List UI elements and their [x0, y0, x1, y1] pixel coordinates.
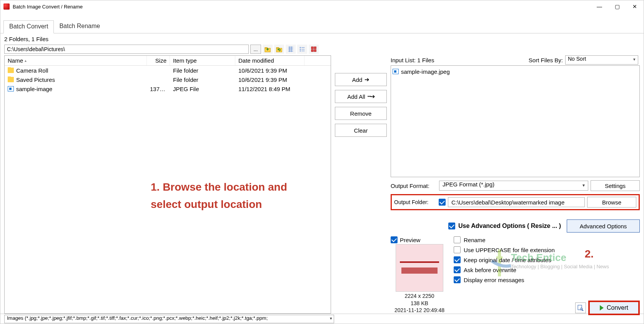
output-folder-checkbox[interactable] [439, 199, 446, 206]
app-window: Batch Image Convert / Rename — ▢ ✕ Batch… [0, 0, 644, 324]
display-errors-checkbox[interactable] [454, 276, 461, 283]
view-list-icon[interactable] [297, 45, 307, 54]
right-pane: Input List: 1 Files Sort Files By: No So… [391, 55, 644, 314]
add-all-button[interactable]: Add All┅➔ [335, 90, 387, 103]
list-item[interactable]: sample-image.jpeg [393, 67, 638, 76]
svg-rect-20 [578, 305, 582, 310]
path-row: ... [0, 45, 644, 55]
tab-batch-convert[interactable]: Batch Convert [3, 20, 54, 33]
window-controls: — ▢ ✕ [591, 0, 644, 13]
use-advanced-options-checkbox[interactable] [448, 223, 455, 229]
preview-meta: 2224 x 2250 138 KB 2021-11-12 20:49:48 [391, 292, 448, 314]
output-folder-row: Output Folder: C:\Users\debal\Desktop\wa… [391, 194, 640, 210]
table-row[interactable]: sample-image137 KBJPEG File11/12/2021 8:… [5, 84, 331, 93]
output-format-select[interactable]: JPEG Format (*.jpg) [439, 181, 588, 191]
ask-overwrite-checkbox[interactable] [454, 266, 461, 273]
svg-rect-15 [314, 47, 316, 49]
rename-checkbox[interactable] [454, 236, 461, 243]
close-button[interactable]: ✕ [626, 0, 644, 13]
image-file-icon [8, 86, 14, 91]
options-checkboxes: Rename Use UPPERCASE for file extension … [454, 236, 555, 283]
folder-summary: 2 Folders, 1 Files [0, 33, 644, 45]
titlebar: Batch Image Convert / Rename — ▢ ✕ [0, 0, 644, 13]
output-folder-label: Output Folder: [394, 199, 436, 205]
annotation-step-2: 2. [585, 248, 594, 260]
play-icon [600, 305, 604, 311]
view-thumbnails-icon[interactable] [309, 45, 319, 54]
output-format-label: Output Format: [391, 183, 437, 189]
svg-rect-16 [311, 50, 313, 52]
path-input[interactable] [4, 45, 249, 54]
explorer-pane: Name ▴ Size Item type Date modified Came… [0, 55, 331, 314]
window-title: Batch Image Convert / Rename [13, 4, 83, 10]
col-date-modified[interactable]: Date modified [235, 56, 305, 65]
col-size[interactable]: Size [147, 56, 170, 65]
col-name[interactable]: Name ▴ [5, 56, 147, 65]
input-list[interactable]: sample-image.jpeg [391, 65, 640, 177]
use-advanced-options-label: Use Advanced Options ( Resize ... ) [458, 223, 561, 229]
browse-button[interactable]: Browse [587, 197, 636, 208]
table-row[interactable]: Saved PicturesFile folder10/6/2021 9:39 … [5, 75, 331, 84]
clear-button[interactable]: Clear [335, 124, 387, 137]
convert-button[interactable]: Convert [588, 301, 640, 315]
tab-batch-rename[interactable]: Batch Rename [54, 20, 105, 33]
file-table[interactable]: Name ▴ Size Item type Date modified Came… [4, 55, 331, 314]
refresh-icon[interactable] [274, 45, 284, 54]
settings-button[interactable]: Settings [591, 180, 640, 191]
col-item-type[interactable]: Item type [170, 56, 235, 65]
svg-rect-9 [300, 49, 301, 50]
sort-files-by-label: Sort Files By: [529, 57, 563, 63]
maximize-button[interactable]: ▢ [608, 0, 626, 13]
folder-icon [8, 68, 14, 73]
path-browse-button[interactable]: ... [250, 45, 261, 54]
add-button[interactable]: Add➔ [335, 73, 387, 86]
svg-rect-17 [314, 50, 316, 52]
preview-checkbox[interactable] [391, 236, 398, 243]
sort-files-by-select[interactable]: No Sort [565, 55, 638, 65]
image-file-icon [393, 69, 399, 74]
up-folder-icon[interactable] [263, 45, 273, 54]
remove-button[interactable]: Remove [335, 107, 387, 120]
keep-date-checkbox[interactable] [454, 256, 461, 263]
uppercase-checkbox[interactable] [454, 246, 461, 253]
minimize-button[interactable]: — [591, 0, 608, 13]
file-table-header: Name ▴ Size Item type Date modified [5, 56, 331, 66]
output-folder-input[interactable]: C:\Users\debal\Desktop\watermarked image [448, 197, 585, 207]
preview-thumbnail[interactable] [396, 244, 443, 292]
advanced-options-button[interactable]: Advanced Options [567, 219, 640, 233]
svg-rect-10 [300, 51, 301, 52]
svg-rect-8 [300, 47, 301, 48]
svg-line-22 [582, 310, 583, 311]
folder-icon [8, 77, 14, 82]
tab-bar: Batch Convert Batch Rename [0, 20, 644, 33]
status-bar: Images (*.jpg;*.jpe;*.jpeg;*.jfif;*.bmp;… [0, 314, 644, 324]
svg-rect-14 [311, 47, 313, 49]
input-list-label: Input List: 1 Files [391, 57, 434, 63]
annotation-step-1: 1. Browse the location andselect output … [151, 179, 287, 213]
zoom-to-fit-button[interactable] [575, 302, 586, 313]
preview-label: Preview [400, 237, 420, 243]
table-row[interactable]: Camera RollFile folder10/6/2021 9:39 PM [5, 66, 331, 75]
view-details-icon[interactable] [286, 45, 296, 54]
app-icon [3, 3, 10, 10]
file-type-filter-select[interactable]: Images (*.jpg;*.jpe;*.jpeg;*.jfif;*.bmp;… [4, 315, 334, 323]
transfer-buttons: Add➔ Add All┅➔ Remove Clear [331, 55, 391, 314]
